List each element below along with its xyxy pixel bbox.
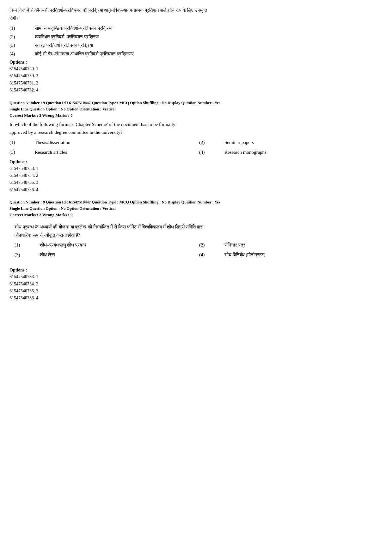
hindi-q9-meta: Question Number : 9 Question Id : 615475… [9, 199, 383, 212]
english-option-row-4: (4) Research monographs [199, 150, 383, 155]
hindi-q9-options: (1) शोध–प्रबंध/लघु शोध प्रबन्ध (2) सेमिन… [15, 242, 377, 259]
hindi-q8-line2: होगी? [9, 16, 18, 21]
hindi-q8-line1: निम्नांकित में से कौन–सी प्रतिदर्श–प्रति… [9, 8, 207, 13]
hindi-q8-code-4: 61547540732. 4 [9, 87, 383, 94]
english-option-text-1: Thesis/dissertation [35, 140, 193, 145]
option-text-3: स्तरित प्रतिदर्श प्रतिचयन प्रक्रिया [35, 43, 383, 48]
hindi-q9-code-3: 61547540735. 3 [9, 288, 383, 295]
hindi-option-row-2: (2) सेमिनार पत्र [199, 242, 377, 248]
hindi-q8-options: (1) सामान्य यादृच्छिक प्रतिदर्श–प्रतिचयन… [9, 26, 383, 57]
english-q9-line1: In which of the following formats 'Chapt… [9, 122, 175, 127]
english-q9-line2: approved by a research degree committee … [9, 130, 122, 135]
hindi-q9-meta-line2: Single Line Question Option : No Option … [9, 205, 383, 212]
hindi-q9-meta-line1: Question Number : 9 Question Id : 615475… [9, 199, 383, 205]
english-q9-section: Question Number : 9 Question Id : 615475… [9, 100, 383, 194]
english-q9-meta-line2: Single Line Question Option : No Option … [9, 106, 383, 112]
hindi-option-text-1: शोध–प्रबंध/लघु शोध प्रबन्ध [40, 242, 193, 248]
hindi-option-num-4: (4) [199, 252, 224, 258]
english-q9-options: (1) Thesis/dissertation (2) Seminar pape… [9, 140, 383, 157]
hindi-option-row-1: (1) शोध–प्रबंध/लघु शोध प्रबन्ध [15, 242, 193, 248]
english-option-num-1: (1) [9, 140, 35, 145]
hindi-option-text-3: शोध लेख [40, 252, 193, 258]
option-text-4: कोई भी गैर–संभाव्यता आधारित प्रतिदर्श प्… [35, 51, 383, 57]
hindi-option-text-4: शोध विनिबंध (मोनोग्राफ) [224, 252, 377, 258]
english-q9-code-1: 61547540733. 1 [9, 165, 383, 172]
english-q9-meta-line1: Question Number : 9 Question Id : 615475… [9, 100, 383, 106]
english-option-num-2: (2) [199, 140, 224, 145]
english-q9-text: In which of the following formats 'Chapt… [9, 121, 383, 137]
english-option-row-2: (2) Seminar papers [199, 140, 383, 145]
english-q9-options-label: Options : [9, 159, 383, 165]
hindi-option-num-1: (1) [15, 242, 40, 248]
hindi-q8-section: निम्नांकित में से कौन–सी प्रतिदर्श–प्रति… [9, 6, 383, 94]
hindi-q9-section: Question Number : 9 Question Id : 615475… [9, 199, 383, 302]
hindi-q9-options-label: Options : [9, 268, 383, 273]
english-q9-code-2: 61547540734. 2 [9, 172, 383, 179]
hindi-q9-block: शोध प्रबन्ध के अध्यायों की योजना या प्रल… [9, 220, 383, 265]
hindi-q9-line1: शोध प्रबन्ध के अध्यायों की योजना या प्रल… [15, 224, 203, 229]
hindi-q9-correct-marks: Correct Marks : 2 Wrong Marks : 0 [9, 212, 383, 217]
hindi-q8-code-2: 61547540730. 2 [9, 72, 383, 79]
option-text-2: व्यवस्थित प्रतिदर्श–प्रतिचयन प्रक्रिया [35, 34, 383, 40]
hindi-q8-text: निम्नांकित में से कौन–सी प्रतिदर्श–प्रति… [9, 6, 383, 22]
hindi-option-text-2: सेमिनार पत्र [224, 242, 377, 248]
english-option-num-4: (4) [199, 150, 224, 155]
hindi-q9-code-1: 61547540733. 1 [9, 273, 383, 280]
option-num-1: (1) [9, 26, 35, 31]
hindi-q9-line2: औपचारिक रूप से स्वीकृत कराना होता है? [15, 233, 80, 238]
option-num-2: (2) [9, 34, 35, 40]
option-text-1: सामान्य यादृच्छिक प्रतिदर्श–प्रतिचयन प्र… [35, 26, 383, 31]
english-q9-meta: Question Number : 9 Question Id : 615475… [9, 100, 383, 112]
english-q9-correct-marks: Correct Marks : 2 Wrong Marks : 0 [9, 113, 383, 118]
hindi-q8-code-1: 61547540729. 1 [9, 65, 383, 72]
option-row-2: (2) व्यवस्थित प्रतिदर्श–प्रतिचयन प्रक्रि… [9, 34, 383, 40]
english-q9-code-4: 61547540736. 4 [9, 186, 383, 193]
hindi-option-num-2: (2) [199, 242, 224, 248]
english-option-row-1: (1) Thesis/dissertation [9, 140, 193, 145]
hindi-option-row-3: (3) शोध लेख [15, 252, 193, 258]
english-option-text-3: Research articles [35, 150, 193, 155]
hindi-option-num-3: (3) [15, 252, 40, 258]
hindi-q9-code-4: 61547540736. 4 [9, 295, 383, 302]
english-option-text-4: Research monographs [224, 150, 383, 155]
option-num-4: (4) [9, 51, 35, 57]
hindi-q9-code-2: 61547540734. 2 [9, 281, 383, 288]
hindi-option-row-4: (4) शोध विनिबंध (मोनोग्राफ) [199, 252, 377, 258]
option-row-4: (4) कोई भी गैर–संभाव्यता आधारित प्रतिदर्… [9, 51, 383, 57]
option-num-3: (3) [9, 43, 35, 48]
english-option-text-2: Seminar papers [224, 140, 383, 145]
hindi-q8-code-3: 61547540731. 3 [9, 80, 383, 87]
hindi-q9-text: शोध प्रबन्ध के अध्यायों की योजना या प्रल… [15, 223, 377, 239]
english-option-num-3: (3) [9, 150, 35, 155]
english-q9-code-3: 61547540735. 3 [9, 179, 383, 186]
english-option-row-3: (3) Research articles [9, 150, 193, 155]
option-row-1: (1) सामान्य यादृच्छिक प्रतिदर्श–प्रतिचयन… [9, 26, 383, 31]
hindi-q8-options-label: Options : [9, 60, 383, 65]
option-row-3: (3) स्तरित प्रतिदर्श प्रतिचयन प्रक्रिया [9, 43, 383, 48]
